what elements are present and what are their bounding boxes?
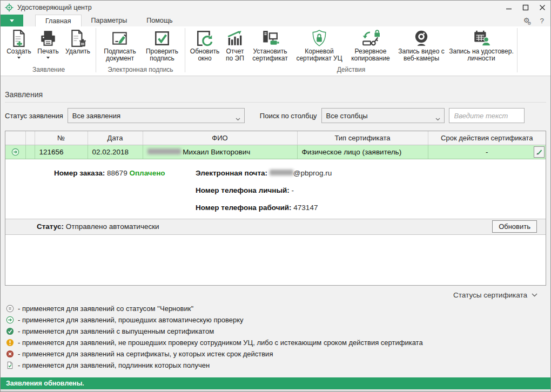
app-logo-icon: [5, 3, 14, 12]
settings-gear-icon[interactable]: ⚙⚙: [523, 16, 534, 25]
webcam-icon: [412, 28, 431, 48]
tab-help[interactable]: Помощь: [137, 15, 182, 26]
print-button[interactable]: Печать: [34, 26, 62, 63]
row-number-cell[interactable]: 121656: [35, 145, 88, 159]
column-header-number[interactable]: №: [35, 131, 88, 145]
column-header-validity[interactable]: Срок действия сертификата: [428, 131, 546, 145]
install-certificate-button-label: Установить сертификат: [248, 48, 292, 62]
row-status-cell[interactable]: [5, 145, 25, 159]
row-validity-cell[interactable]: -: [428, 145, 546, 159]
legend-item-expired: - применяется для заявлений на сертифика…: [6, 348, 546, 360]
ribbon-group-application: Создать Печать: [3, 26, 95, 76]
sign-document-button[interactable]: Подписать документ: [98, 26, 142, 63]
column-header-fio[interactable]: ФИО: [143, 131, 297, 145]
personal-phone-line: Номер телефона личный: -: [196, 185, 332, 202]
search-text-input[interactable]: [449, 108, 525, 123]
update-status-button[interactable]: Обновить: [492, 220, 537, 233]
divider: [5, 102, 546, 103]
certificate-statuses-header[interactable]: Статусы сертификата: [5, 287, 546, 303]
verify-signature-button-label: Проверить подпись: [142, 48, 183, 62]
order-number-line: Номер заказа: 88679 Оплачено: [54, 168, 165, 185]
calendar-person-icon: [472, 28, 490, 48]
applications-table: № Дата ФИО Тип сертификата Срок действия…: [5, 131, 546, 159]
ribbon-group-label-actions: Действия: [187, 66, 515, 76]
tab-main[interactable]: Главная: [35, 15, 82, 26]
row-fio-cell[interactable]: Михаил Викторович: [143, 145, 297, 159]
legend-item-text: - применяется для заявлений со статусом …: [18, 305, 193, 313]
email-line: Электронная почта: @pbprog.ru: [196, 168, 332, 185]
window-bottom-border: [1, 389, 550, 391]
filter-bar: Статус заявления Все заявления Поиск по …: [5, 108, 546, 123]
personal-phone-value: -: [292, 186, 294, 194]
status-filter-select[interactable]: Все заявления: [68, 108, 245, 123]
table-row[interactable]: 121656 02.02.2018 Михаил Викторович Физи…: [5, 145, 546, 159]
ribbon-tab-bar: Главная Параметры Помощь ⚙⚙ ?: [1, 15, 550, 26]
column-header-date[interactable]: Дата: [88, 131, 143, 145]
delete-button-label: Удалить: [65, 48, 90, 55]
auto-check-status-icon: [11, 148, 19, 156]
status-filter-label: Статус заявления: [5, 112, 63, 120]
legend-item-text: - применяется для заявлений, прошедших а…: [18, 316, 244, 324]
report-button[interactable]: Отчет по ЭП: [222, 26, 248, 63]
tab-list: Главная Параметры Помощь: [35, 15, 183, 26]
create-button[interactable]: Создать: [4, 26, 34, 63]
expired-status-icon: [6, 350, 14, 358]
legend-item-draft: - применяется для заявлений со статусом …: [6, 303, 546, 314]
refresh-window-icon: [196, 28, 214, 48]
print-button-label: Печать: [37, 48, 58, 55]
certificate-statuses-legend: - применяется для заявлений со статусом …: [5, 303, 546, 371]
edit-row-button[interactable]: [534, 146, 545, 158]
chevron-down-icon: [17, 57, 21, 59]
webcam-record-button[interactable]: Запись видео с веб-камеры: [395, 26, 448, 63]
work-phone-value: 473147: [293, 204, 318, 212]
chevron-down-icon: [532, 293, 537, 297]
help-icon[interactable]: ?: [540, 17, 544, 25]
tab-parameters[interactable]: Параметры: [82, 15, 137, 26]
row-date-cell[interactable]: 02.02.2018: [88, 145, 143, 159]
verify-signature-button[interactable]: Проверить подпись: [142, 26, 183, 63]
root-certificate-button[interactable]: Корневой сертификат УЦ: [292, 26, 346, 63]
legend-item-text: - применяется для заявлений с выпущенным…: [18, 327, 214, 335]
maximize-button[interactable]: [517, 1, 534, 15]
column-search-select[interactable]: Все столбцы: [321, 108, 445, 123]
ribbon-group-actions: Обновить окно Отчет по ЭП: [186, 26, 516, 76]
legend-item-original-received: - применяется для заявлений, подлинник к…: [6, 360, 546, 371]
certificate-statuses-title: Статусы сертификата: [453, 291, 527, 299]
column-header-status-icon[interactable]: [5, 131, 25, 145]
webcam-record-button-label: Запись видео с веб-камеры: [395, 48, 448, 62]
create-button-label: Создать: [6, 48, 31, 55]
table-header-row: № Дата ФИО Тип сертификата Срок действия…: [5, 131, 546, 145]
root-certificate-button-label: Корневой сертификат УЦ: [292, 48, 346, 62]
install-certificate-icon: [261, 28, 279, 48]
column-header-cert-type[interactable]: Тип сертификата: [297, 131, 428, 145]
chevron-down-icon: [435, 114, 440, 123]
column-header-spacer[interactable]: [25, 131, 35, 145]
report-button-label: Отчет по ЭП: [222, 48, 248, 62]
refresh-window-button-label: Обновить окно: [187, 48, 222, 62]
sign-document-button-label: Подписать документ: [98, 48, 142, 62]
auto-check-status-icon: [6, 316, 14, 324]
app-menu-button[interactable]: [1, 15, 23, 26]
document-delete-icon: [69, 28, 87, 48]
ribbon-group-divider: [517, 28, 518, 72]
row-cert-type-cell[interactable]: Физическое лицо (заявитель): [297, 145, 428, 159]
window-controls: [500, 1, 550, 15]
minimize-button[interactable]: [500, 1, 517, 15]
legend-item-warning: - применяется для заявлений, не прошедши…: [6, 337, 546, 348]
backup-button[interactable]: Резервное копирование: [346, 26, 395, 63]
close-button[interactable]: [534, 1, 550, 15]
legend-item-text: - применяется для заявлений, не прошедши…: [18, 339, 423, 347]
redacted-surname: [147, 148, 181, 154]
install-certificate-button[interactable]: Установить сертификат: [248, 26, 292, 63]
issued-status-icon: [6, 327, 14, 335]
identity-record-button[interactable]: Запись на удостовер. личности: [448, 26, 515, 63]
delete-button[interactable]: Удалить: [62, 26, 93, 63]
paid-status-badge: Оплачено: [129, 169, 165, 177]
refresh-window-button[interactable]: Обновить окно: [187, 26, 222, 63]
email-domain: @pbprog.ru: [293, 169, 332, 177]
application-status-label: Статус:: [37, 222, 64, 231]
app-window: Удостоверяющий центр Главная Параметры П…: [0, 0, 551, 392]
checkmark-box-icon: [153, 28, 171, 48]
ribbon-group-divider: [185, 28, 185, 72]
personal-phone-label: Номер телефона личный:: [196, 186, 290, 194]
